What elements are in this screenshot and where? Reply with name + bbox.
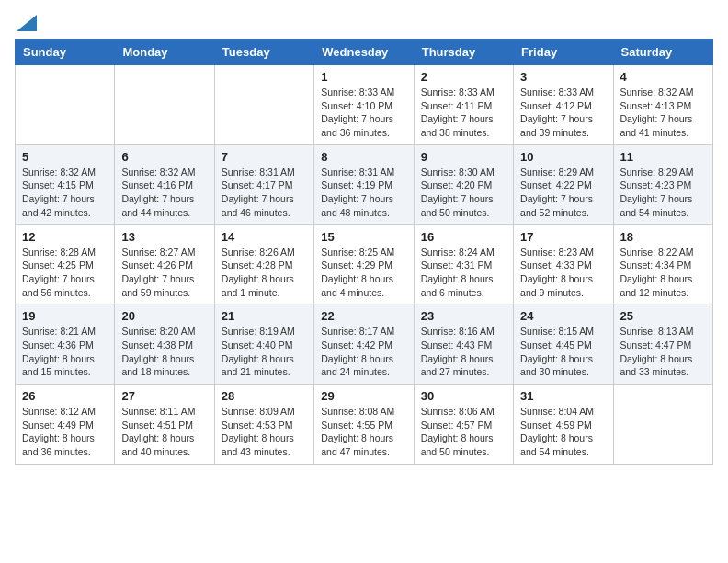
day-number: 2: [421, 70, 506, 84]
calendar-table: SundayMondayTuesdayWednesdayThursdayFrid…: [15, 39, 713, 465]
day-info: Sunrise: 8:24 AM Sunset: 4:31 PM Dayligh…: [421, 246, 506, 300]
day-info: Sunrise: 8:04 AM Sunset: 4:59 PM Dayligh…: [520, 405, 606, 459]
calendar-day-cell: 13Sunrise: 8:27 AM Sunset: 4:26 PM Dayli…: [115, 224, 214, 304]
day-number: 13: [121, 230, 207, 244]
day-info: Sunrise: 8:19 AM Sunset: 4:40 PM Dayligh…: [222, 325, 307, 379]
day-info: Sunrise: 8:22 AM Sunset: 4:34 PM Dayligh…: [620, 246, 706, 300]
calendar-day-cell: 7Sunrise: 8:31 AM Sunset: 4:17 PM Daylig…: [214, 144, 313, 224]
day-info: Sunrise: 8:21 AM Sunset: 4:36 PM Dayligh…: [22, 325, 108, 379]
day-info: Sunrise: 8:30 AM Sunset: 4:20 PM Dayligh…: [421, 166, 506, 220]
calendar-day-cell: 28Sunrise: 8:09 AM Sunset: 4:53 PM Dayli…: [214, 385, 313, 465]
calendar-day-cell: 10Sunrise: 8:29 AM Sunset: 4:22 PM Dayli…: [514, 144, 613, 224]
day-info: Sunrise: 8:23 AM Sunset: 4:33 PM Dayligh…: [520, 246, 606, 300]
day-info: Sunrise: 8:33 AM Sunset: 4:12 PM Dayligh…: [520, 86, 606, 140]
day-info: Sunrise: 8:26 AM Sunset: 4:28 PM Dayligh…: [222, 246, 307, 300]
day-number: 22: [321, 309, 406, 323]
calendar-day-cell: 24Sunrise: 8:15 AM Sunset: 4:45 PM Dayli…: [514, 304, 613, 385]
day-number: 25: [620, 309, 706, 323]
day-info: Sunrise: 8:27 AM Sunset: 4:26 PM Dayligh…: [121, 246, 207, 300]
day-number: 11: [620, 150, 706, 164]
svg-marker-0: [17, 15, 37, 31]
day-info: Sunrise: 8:31 AM Sunset: 4:19 PM Dayligh…: [321, 166, 406, 220]
day-info: Sunrise: 8:33 AM Sunset: 4:11 PM Dayligh…: [421, 86, 506, 140]
calendar-day-cell: 4Sunrise: 8:32 AM Sunset: 4:13 PM Daylig…: [613, 65, 712, 145]
day-info: Sunrise: 8:06 AM Sunset: 4:57 PM Dayligh…: [421, 405, 506, 459]
day-number: 27: [121, 389, 207, 403]
calendar-day-cell: [115, 65, 214, 145]
day-number: 29: [321, 389, 406, 403]
day-number: 21: [222, 309, 307, 323]
day-info: Sunrise: 8:32 AM Sunset: 4:15 PM Dayligh…: [22, 166, 108, 220]
calendar-day-cell: 5Sunrise: 8:32 AM Sunset: 4:15 PM Daylig…: [16, 144, 115, 224]
calendar-day-cell: 12Sunrise: 8:28 AM Sunset: 4:25 PM Dayli…: [16, 224, 115, 304]
weekday-header: Thursday: [414, 40, 513, 65]
calendar-day-cell: 29Sunrise: 8:08 AM Sunset: 4:55 PM Dayli…: [314, 385, 414, 465]
calendar-week-row: 19Sunrise: 8:21 AM Sunset: 4:36 PM Dayli…: [16, 304, 713, 385]
calendar-week-row: 26Sunrise: 8:12 AM Sunset: 4:49 PM Dayli…: [16, 385, 713, 465]
day-number: 23: [421, 309, 506, 323]
day-number: 12: [22, 230, 108, 244]
day-number: 4: [620, 70, 706, 84]
calendar-day-cell: 1Sunrise: 8:33 AM Sunset: 4:10 PM Daylig…: [314, 65, 414, 145]
day-number: 30: [421, 389, 506, 403]
day-number: 6: [121, 150, 207, 164]
calendar-day-cell: 3Sunrise: 8:33 AM Sunset: 4:12 PM Daylig…: [514, 65, 613, 145]
calendar-day-cell: 8Sunrise: 8:31 AM Sunset: 4:19 PM Daylig…: [314, 144, 414, 224]
day-number: 18: [620, 230, 706, 244]
calendar-day-cell: 6Sunrise: 8:32 AM Sunset: 4:16 PM Daylig…: [115, 144, 214, 224]
day-info: Sunrise: 8:25 AM Sunset: 4:29 PM Dayligh…: [321, 246, 406, 300]
day-number: 3: [520, 70, 606, 84]
day-number: 31: [520, 389, 606, 403]
calendar-day-cell: 22Sunrise: 8:17 AM Sunset: 4:42 PM Dayli…: [314, 304, 414, 385]
day-info: Sunrise: 8:20 AM Sunset: 4:38 PM Dayligh…: [121, 325, 207, 379]
day-info: Sunrise: 8:31 AM Sunset: 4:17 PM Dayligh…: [222, 166, 307, 220]
calendar-week-row: 5Sunrise: 8:32 AM Sunset: 4:15 PM Daylig…: [16, 144, 713, 224]
day-number: 5: [22, 150, 108, 164]
day-number: 16: [421, 230, 506, 244]
day-number: 17: [520, 230, 606, 244]
day-info: Sunrise: 8:33 AM Sunset: 4:10 PM Dayligh…: [321, 86, 406, 140]
day-number: 20: [121, 309, 207, 323]
calendar-day-cell: 14Sunrise: 8:26 AM Sunset: 4:28 PM Dayli…: [214, 224, 313, 304]
calendar-day-cell: 21Sunrise: 8:19 AM Sunset: 4:40 PM Dayli…: [214, 304, 313, 385]
calendar-day-cell: [16, 65, 115, 145]
day-info: Sunrise: 8:15 AM Sunset: 4:45 PM Dayligh…: [520, 325, 606, 379]
day-info: Sunrise: 8:29 AM Sunset: 4:23 PM Dayligh…: [620, 166, 706, 220]
day-info: Sunrise: 8:08 AM Sunset: 4:55 PM Dayligh…: [321, 405, 406, 459]
day-number: 24: [520, 309, 606, 323]
day-info: Sunrise: 8:17 AM Sunset: 4:42 PM Dayligh…: [321, 325, 406, 379]
calendar-day-cell: 2Sunrise: 8:33 AM Sunset: 4:11 PM Daylig…: [414, 65, 513, 145]
weekday-header: Sunday: [16, 40, 115, 65]
calendar-day-cell: 26Sunrise: 8:12 AM Sunset: 4:49 PM Dayli…: [16, 385, 115, 465]
day-number: 19: [22, 309, 108, 323]
day-number: 7: [222, 150, 307, 164]
weekday-header: Tuesday: [214, 40, 313, 65]
weekday-header: Saturday: [613, 40, 712, 65]
day-info: Sunrise: 8:12 AM Sunset: 4:49 PM Dayligh…: [22, 405, 108, 459]
day-number: 8: [321, 150, 406, 164]
calendar-day-cell: 11Sunrise: 8:29 AM Sunset: 4:23 PM Dayli…: [613, 144, 712, 224]
day-number: 26: [22, 389, 108, 403]
page-header: [15, 15, 713, 31]
weekday-header: Monday: [115, 40, 214, 65]
calendar-week-row: 12Sunrise: 8:28 AM Sunset: 4:25 PM Dayli…: [16, 224, 713, 304]
day-info: Sunrise: 8:32 AM Sunset: 4:16 PM Dayligh…: [121, 166, 207, 220]
calendar-day-cell: [613, 385, 712, 465]
calendar-week-row: 1Sunrise: 8:33 AM Sunset: 4:10 PM Daylig…: [16, 65, 713, 145]
calendar-day-cell: 20Sunrise: 8:20 AM Sunset: 4:38 PM Dayli…: [115, 304, 214, 385]
calendar-day-cell: 17Sunrise: 8:23 AM Sunset: 4:33 PM Dayli…: [514, 224, 613, 304]
weekday-header: Friday: [514, 40, 613, 65]
calendar-day-cell: 23Sunrise: 8:16 AM Sunset: 4:43 PM Dayli…: [414, 304, 513, 385]
day-info: Sunrise: 8:32 AM Sunset: 4:13 PM Dayligh…: [620, 86, 706, 140]
calendar-day-cell: 31Sunrise: 8:04 AM Sunset: 4:59 PM Dayli…: [514, 385, 613, 465]
calendar-day-cell: 27Sunrise: 8:11 AM Sunset: 4:51 PM Dayli…: [115, 385, 214, 465]
day-info: Sunrise: 8:11 AM Sunset: 4:51 PM Dayligh…: [121, 405, 207, 459]
calendar-day-cell: 18Sunrise: 8:22 AM Sunset: 4:34 PM Dayli…: [613, 224, 712, 304]
calendar-day-cell: 16Sunrise: 8:24 AM Sunset: 4:31 PM Dayli…: [414, 224, 513, 304]
calendar-day-cell: 9Sunrise: 8:30 AM Sunset: 4:20 PM Daylig…: [414, 144, 513, 224]
day-number: 9: [421, 150, 506, 164]
logo: [15, 15, 37, 31]
day-number: 14: [222, 230, 307, 244]
calendar-day-cell: [214, 65, 313, 145]
day-info: Sunrise: 8:09 AM Sunset: 4:53 PM Dayligh…: [222, 405, 307, 459]
